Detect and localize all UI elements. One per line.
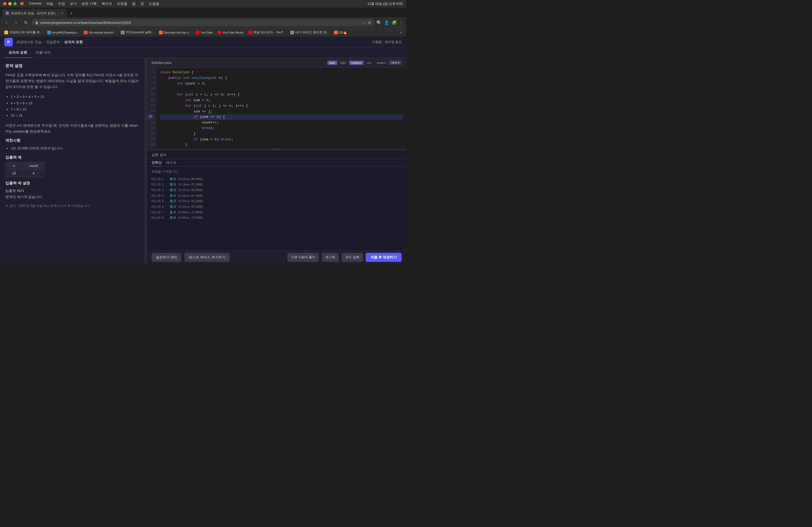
bookmark-ytmusic[interactable]: YouTube Music <box>215 30 245 35</box>
bookmark-favicon <box>47 31 51 34</box>
bookmarks-more[interactable]: » <box>398 30 404 35</box>
help-button[interactable]: 도움말 <box>372 40 381 44</box>
compile-button[interactable]: 컴파일 옵션 <box>385 40 402 44</box>
code-line-19: if (sum > n) break; <box>160 137 403 142</box>
address-bar[interactable]: 🔒 school.programmers.co.kr/learn/courses… <box>32 19 374 26</box>
test-row-8: 테스트 8 통과 (0.06ms, 74.5MB) <box>151 215 402 221</box>
bookmark-label: 내가 보려고 정리한 정... <box>295 30 329 34</box>
active-tab[interactable]: P 코딩테스트 연습 - 숫자의 표현 | 프... × <box>2 9 67 17</box>
edit-menu[interactable]: 수정 <box>58 1 65 6</box>
test-label: 테스트 3 <box>151 187 168 193</box>
test-row-1: 테스트 1 통과 (0.01ms, 88.2MB) <box>151 176 402 182</box>
code-line-7: class Solution { <box>160 70 403 75</box>
tab-submissions[interactable]: 제출 내역 <box>31 48 55 58</box>
run-result: 실행 결과 정확성 테스트 채점을 시작합니다. 테스트 1 통과 (0.01m… <box>147 150 406 251</box>
file-menu[interactable]: 파일 <box>46 1 53 6</box>
ask-button[interactable]: 질문하기 (65) <box>151 253 181 262</box>
chrome-menu[interactable]: Chrome <box>29 1 41 6</box>
view-menu[interactable]: 보기 <box>70 1 77 6</box>
test-time: (0.14ms, 87.2MB) <box>178 182 203 187</box>
code-editor[interactable]: 7 8 9 10 11 12 13 14 15 16 17 18 19 20 <box>147 67 406 148</box>
bookmark-baekjoon[interactable]: tony9402/baekjoo... <box>45 30 81 35</box>
test-label: 테스트 1 <box>151 176 168 182</box>
profile-icon[interactable]: 👤 <box>384 20 389 25</box>
bookmark-favicon <box>334 31 338 34</box>
minimize-button[interactable] <box>8 2 12 5</box>
back-button[interactable]: ‹ <box>3 19 10 26</box>
language-selector[interactable]: Java ▾ <box>389 60 402 65</box>
example-list: 1 + 2 + 3 + 4 + 5 = 15 4 + 5 + 6 = 15 7 … <box>5 94 139 119</box>
lock-icon: 🔒 <box>35 21 39 25</box>
test-status: 통과 <box>170 210 176 215</box>
tabs-menu[interactable]: 탭 <box>132 1 135 6</box>
reset-button[interactable]: 초기화 <box>322 253 339 262</box>
bookmarks-menu[interactable]: 북마크 <box>102 1 112 6</box>
settings-icon[interactable]: ⋮ <box>399 20 403 25</box>
divider-handle[interactable]: ⋮⋮ <box>145 58 147 264</box>
browser-chrome: P 코딩테스트 연습 - 숫자의 표현 | 프... × + ‹ › ↻ 🔒 s… <box>0 7 406 36</box>
right-panel: Solution.java dark light sublime vim ema… <box>147 58 406 264</box>
bookmark-channel[interactable]: 채널 대시보드 - YouT... <box>246 30 288 35</box>
reload-button[interactable]: ↻ <box>22 19 30 26</box>
new-tab-button[interactable]: + <box>68 10 75 17</box>
other-solutions-button[interactable]: 다른 사람의 풀이 <box>287 253 319 262</box>
test-label: 테스트 8 <box>151 215 168 221</box>
code-line-17: break; <box>160 125 403 131</box>
forward-button[interactable]: › <box>12 19 20 26</box>
code-line-13: for (int j = i; j <= n; j++) { <box>160 103 403 109</box>
bookmark-commit[interactable]: 커밋(commit) 날짜... <box>119 30 156 35</box>
breadcrumb-middle[interactable]: 연습문제 <box>46 40 60 45</box>
help-menu[interactable]: 도움말 <box>149 1 159 6</box>
theme-light[interactable]: light <box>338 61 348 65</box>
bookmark-notes[interactable]: 내가 보려고 정리한 정... <box>288 30 331 35</box>
test-time: (0.02ms, 81.1MB) <box>178 204 203 210</box>
test-time: (0.06ms, 74.5MB) <box>178 215 203 221</box>
theme-emacs[interactable]: emacs <box>375 61 388 65</box>
editor-header: Solution.java dark light sublime vim ema… <box>147 58 406 67</box>
profile-menu[interactable]: 프로필 <box>117 1 127 6</box>
test-row-2: 테스트 2 통과 (0.14ms, 87.2MB) <box>151 182 402 187</box>
extensions-icon[interactable]: ⊕ <box>368 20 371 25</box>
close-button[interactable] <box>3 2 6 5</box>
tab-close-button[interactable]: × <box>61 11 63 15</box>
apple-menu[interactable]: 🍎 <box>20 1 24 6</box>
bookmark-discover[interactable]: Discover the top s... <box>157 30 193 35</box>
bookmark-ds[interactable]: DS🔥 <box>332 30 349 35</box>
code-line-14: sum += j; <box>160 109 403 115</box>
star-icon[interactable]: ☆ <box>363 20 366 25</box>
test-row-5: 테스트 5 통과 (0.03ms, 92.1MB) <box>151 198 402 204</box>
breadcrumb-sep1: › <box>43 40 44 44</box>
test-time: (0.06ms, 72.9MB) <box>178 210 203 215</box>
maximize-button[interactable] <box>13 2 17 5</box>
run-result-header: 실행 결과 <box>147 151 406 159</box>
theme-dark[interactable]: dark <box>327 61 337 65</box>
bookmark-git[interactable]: Git remote branch... <box>82 30 118 35</box>
test-row-3: 테스트 3 통과 (0.07ms, 69.8MB) <box>151 187 402 193</box>
vertical-resize-handle[interactable]: ━━━ <box>147 148 406 150</box>
result-tab-test[interactable]: 테스트 <box>166 159 177 166</box>
editor-filename: Solution.java <box>151 61 171 65</box>
bookmark-youtube[interactable]: YouTube <box>193 30 215 35</box>
breadcrumb-root[interactable]: 코딩테스트 연습 <box>16 40 42 45</box>
result-tab-accuracy[interactable]: 정확성 <box>151 159 162 166</box>
macos-menu: 🍎 Chrome 파일 수정 보기 방문 기록 북마크 프로필 탭 창 도움말 <box>20 1 159 6</box>
run-button[interactable]: 코드 실행 <box>342 253 363 262</box>
tab-problem[interactable]: 숫자의 표현 <box>4 48 31 58</box>
submit-button[interactable]: 제출 후 채점하기 <box>366 253 402 262</box>
extension-icon[interactable]: 🧩 <box>392 20 397 25</box>
test-status: 통과 <box>170 176 176 182</box>
testcase-button[interactable]: 테스트 케이스 추가하기 <box>185 253 230 262</box>
search-icon[interactable]: 🔍 <box>376 20 382 25</box>
breadcrumb-current: 숫자의 표현 <box>64 40 83 45</box>
code-line-12: int sum = 0; <box>160 98 403 103</box>
code-line-9: int count = 0; <box>160 81 403 87</box>
test-status: 통과 <box>170 215 176 221</box>
bookmark-codingtestprep[interactable]: 코딩테스트 대비를 위... <box>2 30 45 35</box>
theme-sublime[interactable]: sublime <box>349 61 364 65</box>
io-cell-result: 4 <box>23 169 45 177</box>
window-menu[interactable]: 창 <box>141 1 144 6</box>
history-menu[interactable]: 방문 기록 <box>82 1 97 6</box>
code-content[interactable]: class Solution { public int solution(int… <box>157 67 406 148</box>
code-line-11: for (int i = 1; i <= n; i++) { <box>160 92 403 98</box>
theme-vim[interactable]: vim <box>365 61 374 65</box>
